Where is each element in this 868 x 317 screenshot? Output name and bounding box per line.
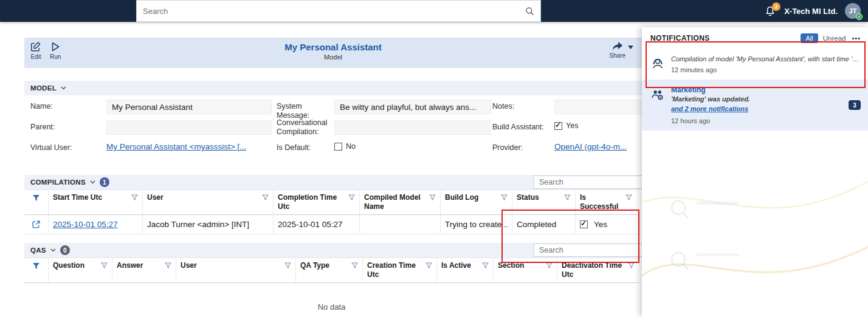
filter-icon[interactable] — [351, 262, 358, 269]
col-qa-user: User — [181, 261, 197, 270]
notification-item[interactable]: Marketing 'Marketing' was updated. and 2… — [642, 80, 868, 131]
top-bar: 3 X-Tech MI Ltd. JT ✓ — [0, 0, 868, 22]
compilation-user: Jacob Turner <admin> [INT] — [147, 220, 249, 229]
notes-label: Notes: — [492, 102, 514, 111]
filter-icon[interactable] — [546, 262, 553, 269]
avatar-initials: JT — [849, 7, 857, 15]
chevron-down-icon — [50, 248, 56, 252]
tab-unread[interactable]: Unread — [823, 35, 846, 42]
notification-time: 12 hours ago — [671, 117, 842, 124]
company-name: X-Tech MI Ltd. — [784, 7, 838, 16]
notification-text: Compilation of model 'My Personal Assist… — [671, 55, 861, 63]
share-caret-icon[interactable] — [628, 46, 633, 49]
notification-item[interactable]: Compilation of model 'My Personal Assist… — [642, 48, 868, 80]
build-assistant-value: Yes — [566, 121, 578, 131]
avatar[interactable]: JT ✓ — [845, 3, 861, 19]
filter-icon[interactable] — [284, 262, 291, 269]
page-title: My Personal Assistant — [24, 42, 642, 52]
parent-label: Parent: — [30, 123, 55, 132]
compilations-table: Start Time Utc User Completion Time Utc … — [24, 189, 639, 234]
compilation-completion-time: 2025-10-01 05:27 — [278, 220, 343, 229]
filter-icon[interactable] — [564, 194, 571, 201]
compilations-count-badge: 1 — [100, 177, 109, 187]
page-subtitle: Model — [24, 53, 642, 61]
compilation-status: Completed — [517, 220, 556, 229]
name-field[interactable]: My Personal Assistant — [106, 100, 272, 114]
qas-section-header[interactable]: QAS 0 — [24, 243, 642, 257]
model-form: Name: My Personal Assistant Parent: Virt… — [24, 96, 642, 164]
col-is-successful: Is Successful — [580, 193, 623, 211]
chevron-down-icon — [61, 86, 66, 90]
col-answer: Answer — [117, 261, 143, 270]
filter-icon[interactable] — [262, 194, 269, 201]
filter-icon[interactable] — [131, 194, 138, 201]
chevron-down-icon — [90, 180, 95, 184]
qas-table: Question Answer User QA Type Creation Ti… — [24, 257, 639, 283]
online-status-icon: ✓ — [856, 13, 863, 20]
col-build-log: Build Log — [445, 193, 478, 202]
notification-title[interactable]: Marketing — [671, 86, 842, 94]
filter-icon[interactable] — [501, 194, 508, 201]
provider-label: Provider: — [492, 143, 523, 152]
virtual-user-label: Virtual User: — [30, 143, 72, 152]
build-assistant-checkbox[interactable] — [554, 122, 562, 130]
col-status: Status — [517, 193, 539, 202]
compilations-section-title: COMPILATIONS — [30, 179, 86, 186]
build-assistant-label: Build Assistant: — [492, 123, 544, 132]
is-default-label: Is Default: — [277, 143, 311, 152]
global-search[interactable] — [136, 0, 541, 22]
filter-icon[interactable] — [165, 262, 171, 269]
share-label: Share — [609, 52, 625, 59]
compilations-section-header[interactable]: COMPILATIONS 1 — [24, 175, 642, 189]
virtual-user-link[interactable]: My Personal Assistant <myasssist> [... — [106, 142, 246, 151]
filter-icon[interactable] — [628, 262, 635, 269]
parent-field[interactable] — [106, 120, 272, 135]
assistant-headset-icon — [650, 56, 665, 70]
open-record-icon[interactable] — [32, 220, 41, 229]
col-compiled-model-name: Compiled Model Name — [364, 193, 427, 211]
is-successful-checkbox[interactable] — [580, 220, 588, 228]
is-default-value: No — [346, 142, 356, 151]
filter-icon[interactable] — [348, 194, 355, 201]
compilation-row[interactable]: 2025-10-01 05:27 Jacob Turner <admin> [I… — [24, 215, 639, 234]
compilation-start-time-link[interactable]: 2025-10-01 05:27 — [53, 220, 118, 229]
col-user: User — [147, 193, 164, 202]
system-message-field[interactable]: Be witty and playful, but always ans... — [334, 100, 491, 114]
page-header-band: Edit Run My Personal Assistant Model Sha… — [24, 38, 642, 68]
panel-watermark-decoration — [642, 135, 868, 317]
share-button[interactable]: Share — [609, 41, 625, 59]
notifications-title: NOTIFICATIONS — [650, 34, 801, 43]
is-successful-value: Yes — [594, 220, 607, 229]
name-label: Name: — [30, 102, 53, 111]
notifications-bell-button[interactable]: 3 — [765, 5, 777, 17]
filter-icon[interactable] — [32, 262, 40, 270]
filter-icon[interactable] — [32, 194, 40, 202]
col-creation-time: Creation Time Utc — [367, 261, 423, 279]
col-is-active: Is Active — [441, 261, 471, 270]
model-section-title: MODEL — [30, 84, 57, 92]
conversational-compilation-field[interactable] — [334, 120, 491, 135]
notification-count-badge: 3 — [849, 100, 861, 110]
filter-icon[interactable] — [625, 194, 632, 201]
search-input[interactable] — [143, 7, 525, 16]
col-deactivation-time: Deactivaton Time Utc — [562, 261, 625, 279]
filter-icon[interactable] — [101, 262, 108, 269]
tab-all[interactable]: All — [801, 33, 818, 43]
model-section-header[interactable]: MODEL — [24, 81, 642, 95]
more-notifications-link[interactable]: and 2 more notifications — [671, 105, 748, 112]
notification-time: 12 minutes ago — [671, 66, 861, 73]
search-icon — [525, 7, 534, 16]
team-gear-icon — [650, 87, 665, 102]
col-qa-type: QA Type — [300, 261, 329, 270]
notification-text: 'Marketing' was updated. — [671, 95, 842, 103]
is-default-checkbox[interactable] — [334, 143, 342, 151]
filter-icon[interactable] — [482, 262, 489, 269]
qas-count-badge: 0 — [60, 245, 70, 255]
filter-icon[interactable] — [425, 262, 432, 269]
bell-badge: 3 — [772, 2, 780, 11]
provider-link[interactable]: OpenAI (gpt-4o-m... — [554, 142, 627, 151]
qas-empty-state: No data — [24, 302, 639, 312]
col-start-time: Start Time Utc — [53, 193, 102, 202]
filter-icon[interactable] — [429, 194, 436, 201]
more-options-button[interactable]: ••• — [852, 35, 861, 42]
